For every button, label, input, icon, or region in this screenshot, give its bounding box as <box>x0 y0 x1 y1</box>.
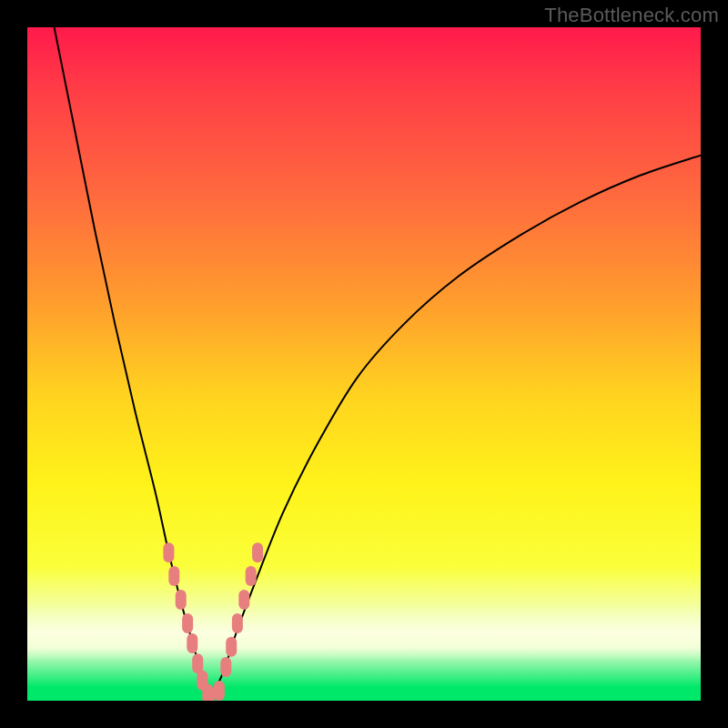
data-marker <box>252 542 263 562</box>
data-marker <box>238 590 249 610</box>
curve-right-branch <box>209 156 701 701</box>
data-marker <box>176 590 187 610</box>
data-marker <box>246 566 257 586</box>
data-marker <box>204 687 215 701</box>
attribution-text: TheBottleneck.com <box>544 4 719 27</box>
data-marker <box>226 637 237 657</box>
chart-svg <box>27 27 701 701</box>
data-marker <box>220 657 231 677</box>
chart-stage: TheBottleneck.com <box>0 0 728 728</box>
data-marker <box>163 542 174 562</box>
data-marker <box>232 613 243 633</box>
data-marker <box>168 566 179 586</box>
data-marker <box>214 681 225 701</box>
plot-area <box>27 27 701 701</box>
data-markers <box>163 542 263 701</box>
data-marker <box>187 633 197 653</box>
data-marker <box>182 613 193 633</box>
